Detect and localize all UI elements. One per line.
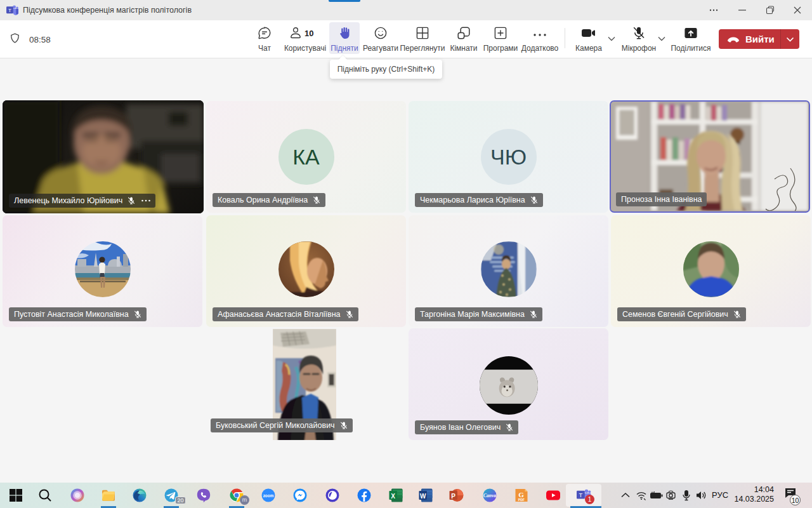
svg-text:Canva: Canva [483, 493, 496, 498]
svg-text:P: P [451, 493, 455, 500]
svg-text:PDF: PDF [518, 498, 525, 502]
svg-text:10: 10 [304, 29, 313, 38]
svg-text:T: T [579, 491, 582, 498]
svg-text:T: T [8, 8, 11, 13]
svg-text:W: W [420, 493, 426, 500]
svg-text:X: X [391, 493, 395, 500]
svg-text:zoom: zoom [263, 493, 274, 498]
